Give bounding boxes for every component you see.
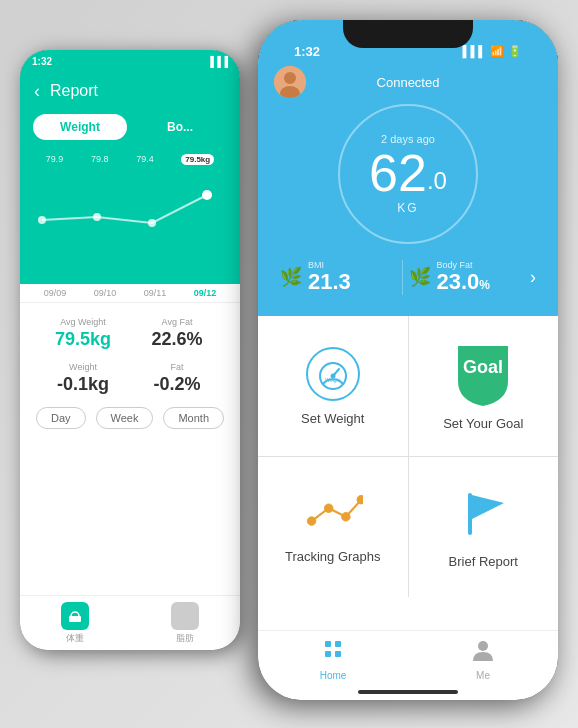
svg-rect-21 (325, 651, 331, 657)
action-brief-report[interactable]: Brief Report (409, 457, 559, 597)
me-label: Me (476, 670, 490, 681)
chart-label-2: 79.8 (91, 154, 109, 165)
front-time: 1:32 (294, 44, 320, 59)
set-weight-icon: Weight (306, 347, 360, 401)
chart-label-4: 79.5kg (181, 154, 214, 165)
tab-weight-label: Weight (60, 120, 100, 134)
back-bottom-nav: 体重 脂肪 (20, 595, 240, 650)
stat-weight-change: Weight -0.1kg (36, 362, 130, 395)
connected-row: Connected (274, 66, 542, 98)
time-btn-day[interactable]: Day (36, 407, 86, 429)
flag-icon-container (456, 485, 511, 544)
status-icons: ▌▌▌ 📶 🔋 (463, 45, 522, 58)
stat-avg-fat-label: Avg Fat (130, 317, 224, 327)
svg-point-5 (180, 611, 190, 621)
chart-svg (32, 170, 228, 240)
svg-rect-20 (335, 641, 341, 647)
back-time: 1:32 (32, 56, 52, 67)
back-nav-fat[interactable]: 脂肪 (130, 602, 240, 645)
bmi-leaf-icon: 🌿 (280, 266, 302, 288)
stat-weight-change-value: -0.1kg (36, 374, 130, 395)
weight-decimal: .0 (427, 169, 447, 193)
tracking-icon (303, 490, 363, 535)
action-set-weight[interactable]: Weight Set Weight (258, 316, 408, 456)
stat-avg-weight: Avg Weight 79.5kg (36, 317, 130, 350)
date-3: 09/11 (144, 288, 167, 298)
action-set-goal[interactable]: Goal Set Your Goal (409, 316, 559, 456)
notch (343, 20, 473, 48)
stats-row-2: Weight -0.1kg Fat -0.2% (36, 362, 224, 395)
back-screen-title: Report (50, 82, 98, 100)
bmi-metric: 🌿 BMI 21.3 (274, 258, 402, 296)
svg-point-3 (202, 190, 212, 200)
svg-point-23 (478, 641, 488, 651)
svg-point-2 (148, 219, 156, 227)
back-tab-bar: Weight Bo... (20, 110, 240, 144)
back-nav-fat-label: 脂肪 (176, 632, 194, 645)
time-btn-month[interactable]: Month (163, 407, 224, 429)
back-status-bar: 1:32 ▐▐▐ (20, 50, 240, 72)
set-weight-label: Set Weight (301, 411, 364, 426)
date-2: 09/10 (94, 288, 117, 298)
back-nav-fat-icon (171, 602, 199, 630)
set-goal-label: Set Your Goal (443, 416, 523, 431)
tab-body[interactable]: Bo... (133, 114, 227, 140)
svg-point-0 (38, 216, 46, 224)
svg-rect-22 (335, 651, 341, 657)
stat-avg-weight-label: Avg Weight (36, 317, 130, 327)
back-chart-area: 79.9 79.8 79.4 79.5kg (20, 144, 240, 284)
tab-weight[interactable]: Weight (33, 114, 127, 140)
speedometer-icon: Weight (315, 356, 351, 392)
chart-label-3: 79.4 (136, 154, 154, 165)
front-phone: 1:32 ▌▌▌ 📶 🔋 (258, 20, 558, 700)
front-phone-inner: 1:32 ▌▌▌ 📶 🔋 (258, 20, 558, 700)
back-nav-weight[interactable]: 体重 (20, 602, 130, 645)
signal-icon: ▌▌▌ (463, 45, 486, 57)
tracking-label: Tracking Graphs (285, 549, 381, 564)
stat-fat-change-label: Fat (130, 362, 224, 372)
body-fat-value: 23.0% (437, 270, 491, 294)
date-4: 09/12 (194, 288, 217, 298)
svg-rect-18 (468, 493, 472, 535)
time-buttons: Day Week Month (36, 407, 224, 429)
stat-avg-fat-value: 22.6% (130, 329, 224, 350)
tab-body-label: Bo... (167, 120, 193, 134)
avatar[interactable] (274, 66, 306, 98)
tracking-icon-container (303, 490, 363, 539)
weight-unit: KG (397, 201, 418, 215)
svg-text:Goal: Goal (463, 357, 503, 377)
goal-shield-container: Goal (453, 341, 513, 406)
svg-point-7 (284, 72, 296, 84)
stat-weight-change-label: Weight (36, 362, 130, 372)
me-icon (472, 639, 494, 667)
bmi-value: 21.3 (308, 270, 351, 294)
front-top: 1:32 ▌▌▌ 📶 🔋 (258, 20, 558, 316)
nav-me[interactable]: Me (408, 639, 558, 681)
time-btn-week[interactable]: Week (96, 407, 154, 429)
chart-labels: 79.9 79.8 79.4 79.5kg (32, 154, 228, 165)
stat-avg-fat: Avg Fat 22.6% (130, 317, 224, 350)
connected-label: Connected (306, 75, 510, 90)
action-tracking[interactable]: Tracking Graphs (258, 457, 408, 597)
back-stats: Avg Weight 79.5kg Avg Fat 22.6% Weight -… (20, 303, 240, 443)
home-indicator (358, 690, 458, 694)
chevron-right-icon[interactable]: › (530, 267, 542, 288)
flag-icon (456, 485, 511, 540)
scene: 1:32 ▐▐▐ ‹ Report Weight Bo... 79.9 (0, 0, 578, 728)
stat-fat-change-value: -0.2% (130, 374, 224, 395)
date-1: 09/09 (44, 288, 67, 298)
nav-home[interactable]: Home (258, 639, 408, 681)
back-arrow-icon[interactable]: ‹ (34, 81, 40, 102)
weight-value: 62 (369, 147, 427, 199)
chart-label-1: 79.9 (46, 154, 64, 165)
body-fat-metric: 🌿 Body Fat 23.0% (403, 258, 531, 296)
back-nav-weight-label: 体重 (66, 632, 84, 645)
actions-grid: Weight Set Weight Goal Set Your Goal (258, 316, 558, 597)
weight-circle-container: 2 days ago 62 .0 KG (274, 104, 542, 244)
wifi-icon: 📶 (490, 45, 504, 58)
svg-rect-4 (69, 616, 81, 622)
metrics-row: 🌿 BMI 21.3 🌿 Body Fat 23.0% (274, 254, 542, 300)
stat-fat-change: Fat -0.2% (130, 362, 224, 395)
home-icon (321, 639, 345, 667)
svg-text:Weight: Weight (325, 377, 341, 383)
